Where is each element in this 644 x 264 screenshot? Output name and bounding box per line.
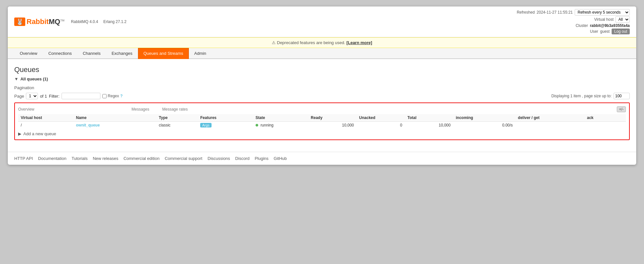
header: 🐰 RabbitMQTM RabbitMQ 4.0.4 Erlang 27.1.… [8, 6, 636, 37]
section-header: ▼ All queues (1) [14, 77, 630, 81]
regex-checkbox[interactable] [102, 94, 107, 98]
refresh-row: Refreshed 2024-11-27 11:55:21 Refresh ev… [517, 9, 630, 16]
learn-more-link[interactable]: [Learn more] [346, 40, 372, 45]
th-state: State [253, 114, 308, 122]
th-ready: Ready [308, 114, 356, 122]
th-unacked: Unacked [357, 114, 405, 122]
cell-virtual-host: / [18, 122, 74, 129]
logout-button[interactable]: Log out [612, 29, 630, 34]
pagination-right: Displaying 1 item , page size up to: [551, 93, 630, 99]
cell-unacked: 0 [357, 122, 405, 129]
refreshed-time: 2024-11-27 11:55:21 [537, 10, 573, 15]
pagination-left: Page 1 of 1 Filter: Regex ? [14, 93, 123, 99]
cell-state: running [253, 122, 308, 129]
pagination-row: Page 1 of 1 Filter: Regex ? Displaying 1… [14, 93, 630, 99]
group-labels: Overview Messages Message rates [18, 107, 188, 112]
add-queue-arrow: ▶ [18, 131, 21, 136]
page-size-input[interactable] [614, 93, 630, 99]
queue-table-container: Overview Messages Message rates +/- Virt… [14, 102, 630, 140]
table-row: / ownit_queue classic Args running 10,00… [18, 122, 626, 129]
user-row: User guest Log out [590, 29, 630, 34]
logo-icon: 🐰 [14, 18, 25, 26]
add-queue-label: Add a new queue [23, 131, 56, 136]
regex-text: Regex [108, 94, 119, 98]
refreshed-label: Refreshed [517, 10, 535, 15]
cell-ready: 10,000 [308, 122, 356, 129]
tab-connections[interactable]: Connections [43, 48, 77, 58]
header-left: 🐰 RabbitMQTM RabbitMQ 4.0.4 Erlang 27.1.… [14, 18, 126, 26]
vhost-row: Virtual host All / [594, 16, 630, 23]
footer-link-documentation[interactable]: Documentation [38, 156, 66, 161]
state-text: running [260, 123, 273, 127]
tab-admin[interactable]: Admin [189, 48, 212, 58]
messages-group-label: Messages [132, 107, 149, 112]
filter-input[interactable] [62, 93, 100, 99]
th-incoming: incoming [453, 114, 515, 122]
section-title: All queues (1) [20, 77, 48, 81]
main-content: Queues ▼ All queues (1) Pagination Page … [8, 59, 636, 152]
warning-banner: ⚠ Deprecated features are being used. [L… [8, 37, 636, 48]
add-queue-row: ▶ Add a new queue [18, 131, 626, 136]
footer-link-tutorials[interactable]: Tutorials [72, 156, 87, 161]
footer-link-discord[interactable]: Discord [235, 156, 249, 161]
virtual-host-select[interactable]: All / [615, 16, 630, 23]
section-toggle[interactable]: ▼ [14, 77, 18, 81]
tab-overview[interactable]: Overview [14, 48, 43, 58]
cell-deliver-get [515, 122, 584, 129]
page-title: Queues [14, 66, 630, 74]
args-badge[interactable]: Args [200, 123, 212, 127]
cluster-label: Cluster [576, 23, 588, 28]
cell-features[interactable]: Args [198, 122, 253, 129]
regex-hint[interactable]: ? [120, 94, 122, 98]
message-rates-group-label: Message rates [162, 107, 188, 112]
cell-incoming: 0.00/s [453, 122, 515, 129]
tab-queues[interactable]: Queues and Streams [138, 48, 189, 59]
footer: HTTP API Documentation Tutorials New rel… [8, 152, 636, 165]
queue-table-header: Overview Messages Message rates +/- [18, 106, 626, 112]
overview-group-label: Overview [18, 107, 34, 112]
tab-channels[interactable]: Channels [77, 48, 106, 58]
logo-mq: MQ [49, 18, 60, 26]
logo-text: RabbitMQTM [27, 18, 64, 26]
th-total: Total [405, 114, 453, 122]
page-label: Page [14, 94, 24, 99]
page-select[interactable]: 1 [26, 93, 38, 99]
cell-name[interactable]: ownit_queue [74, 122, 156, 129]
pagination-label: Pagination [14, 85, 630, 90]
erlang-version: Erlang 27.1.2 [103, 19, 126, 24]
th-features: Features [198, 114, 253, 122]
add-queue-toggle[interactable]: ▶ Add a new queue [18, 131, 626, 136]
refresh-select[interactable]: Refresh every 5 seconds Refresh every 10… [575, 9, 630, 16]
displaying-label: Displaying 1 item , page size up to: [551, 94, 612, 98]
header-right: Refreshed 2024-11-27 11:55:21 Refresh ev… [517, 9, 630, 34]
cluster-name: rabbit@9b3a9355fa4a [590, 23, 630, 28]
footer-link-commercial-support[interactable]: Commercial support [165, 156, 202, 161]
cluster-row: Cluster rabbit@9b3a9355fa4a [576, 23, 630, 28]
user-label: User [590, 29, 598, 34]
cell-type: classic [156, 122, 198, 129]
cell-total: 10,000 [405, 122, 453, 129]
virtual-host-label: Virtual host [594, 17, 614, 22]
th-ack: ack [584, 114, 626, 122]
footer-link-github[interactable]: GitHub [274, 156, 287, 161]
nav-tabs: Overview Connections Channels Exchanges … [8, 48, 636, 59]
footer-link-commercial-edition[interactable]: Commercial edition [123, 156, 159, 161]
th-type: Type [156, 114, 198, 122]
footer-link-http-api[interactable]: HTTP API [14, 156, 33, 161]
cell-ack [584, 122, 626, 129]
logo: 🐰 RabbitMQTM [14, 18, 64, 26]
footer-link-plugins[interactable]: Plugins [255, 156, 269, 161]
th-deliver-get: deliver / get [515, 114, 584, 122]
queue-table: Virtual host Name Type Features State Re… [18, 114, 626, 129]
filter-label: Filter: [49, 94, 60, 99]
state-indicator [256, 124, 258, 126]
warning-text: ⚠ Deprecated features are being used. [272, 40, 345, 45]
footer-link-new-releases[interactable]: New releases [93, 156, 118, 161]
th-name: Name [74, 114, 156, 122]
regex-label: Regex ? [102, 94, 123, 98]
footer-link-discussions[interactable]: Discussions [208, 156, 230, 161]
plus-minus-button[interactable]: +/- [617, 106, 626, 112]
logo-rabbit: Rabbit [27, 18, 49, 26]
tab-exchanges[interactable]: Exchanges [106, 48, 138, 58]
th-virtual-host: Virtual host [18, 114, 74, 122]
